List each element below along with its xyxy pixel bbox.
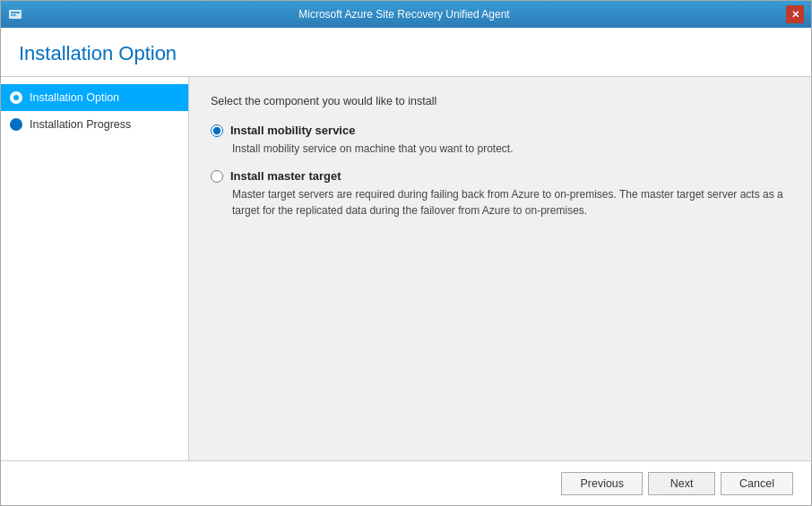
svg-rect-2 (11, 14, 16, 16)
sidebar: Installation Option Installation Progres… (1, 77, 189, 460)
sidebar-item-installation-option-label: Installation Option (30, 91, 119, 104)
option-label-mobility-service[interactable]: Install mobility service (230, 124, 355, 137)
sidebar-dot-inactive (10, 118, 22, 131)
title-bar-controls: ✕ (786, 5, 804, 23)
option-label-row-mobility: Install mobility service (211, 124, 790, 137)
close-button[interactable]: ✕ (786, 5, 804, 23)
window-icon (8, 7, 22, 21)
sidebar-dot-active (10, 91, 22, 104)
page-title: Installation Option (19, 42, 793, 65)
radio-mobility-service[interactable] (211, 124, 223, 137)
content-panel: Select the component you would like to i… (189, 77, 811, 460)
sidebar-item-installation-progress[interactable]: Installation Progress (1, 111, 188, 138)
sidebar-item-installation-progress-label: Installation Progress (30, 118, 131, 131)
radio-master-target[interactable] (211, 170, 223, 183)
footer: Previous Next Cancel (1, 460, 811, 505)
content-subtitle: Select the component you would like to i… (211, 95, 790, 107)
title-bar: Microsoft Azure Site Recovery Unified Ag… (1, 1, 811, 28)
svg-rect-1 (11, 12, 20, 13)
page-header: Installation Option (1, 28, 811, 77)
cancel-button[interactable]: Cancel (721, 472, 793, 495)
main-area: Installation Option Installation Progres… (1, 77, 811, 460)
option-group: Install mobility service Install mobilit… (211, 124, 790, 219)
option-label-row-master: Install master target (211, 169, 790, 183)
option-label-master-target[interactable]: Install master target (230, 169, 341, 183)
option-desc-mobility-service: Install mobility service on machine that… (232, 141, 790, 157)
main-window: Microsoft Azure Site Recovery Unified Ag… (0, 0, 812, 506)
title-bar-text: Microsoft Azure Site Recovery Unified Ag… (22, 8, 786, 21)
option-item-mobility-service: Install mobility service Install mobilit… (211, 124, 790, 157)
option-desc-master-target: Master target servers are required durin… (232, 186, 790, 219)
previous-button[interactable]: Previous (561, 472, 643, 495)
sidebar-item-installation-option[interactable]: Installation Option (1, 84, 188, 111)
next-button[interactable]: Next (648, 472, 715, 495)
option-item-master-target: Install master target Master target serv… (211, 169, 790, 219)
